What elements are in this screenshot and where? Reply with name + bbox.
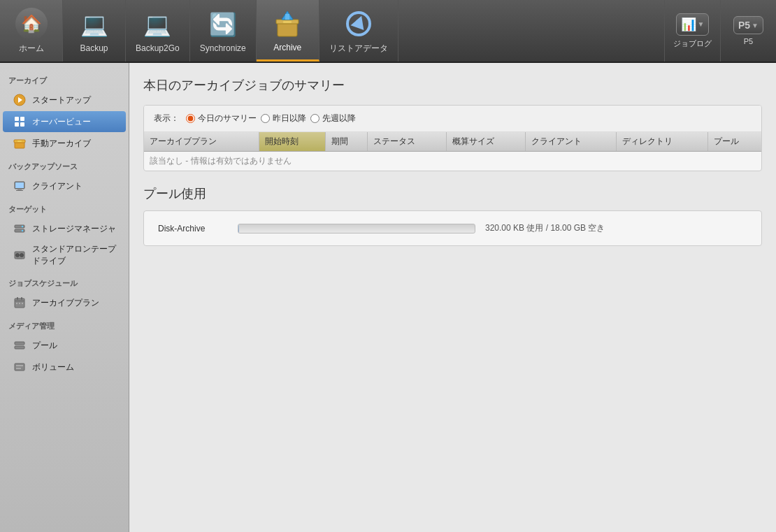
svg-rect-19: [15, 182, 24, 188]
sidebar-overview-label: オーバービュー: [32, 116, 91, 128]
svg-rect-34: [22, 303, 23, 304]
joblog-icon: 📊: [681, 17, 696, 32]
pool-icon: [13, 338, 27, 352]
filter-since-yesterday-text: 昨日以降: [273, 113, 306, 124]
archive-icon: [271, 8, 303, 40]
svg-rect-38: [16, 365, 23, 366]
svg-rect-37: [15, 364, 24, 371]
p5-chevron: ▼: [752, 22, 759, 29]
col-pool: プール: [707, 132, 761, 152]
summary-table: アーカイブプラン 開始時刻 期間 ステータス 概算サイズ クライアント ディレク…: [144, 132, 761, 171]
nav-home-label: ホーム: [19, 43, 44, 55]
nav-restoredata[interactable]: リストアデータ: [319, 0, 398, 62]
col-archive-plan: アーカイブプラン: [144, 132, 259, 152]
svg-rect-30: [21, 297, 22, 300]
sidebar-item-archive-plan[interactable]: アーカイブプラン: [3, 292, 126, 313]
pool-stats: 320.00 KB 使用 / 18.00 GB 空き: [485, 222, 605, 234]
main-layout: アーカイブ スタートアップ オーバービュー 手動アーカイブ バックアップソース: [0, 63, 776, 532]
svg-point-26: [20, 254, 24, 257]
svg-rect-36: [15, 346, 24, 349]
sidebar-archive-plan-label: アーカイブプラン: [32, 297, 99, 309]
sidebar-item-startup[interactable]: スタートアップ: [3, 89, 126, 110]
filter-since-last-week-radio[interactable]: [310, 114, 319, 123]
sidebar-section-target: ターゲット: [0, 197, 129, 217]
nav-backup2go[interactable]: 💻 Backup2Go: [126, 0, 190, 62]
startup-icon: [13, 93, 27, 107]
sidebar-item-storage-manager[interactable]: ストレージマネージャ: [3, 218, 126, 239]
nav-synchronize-label: Synchronize: [200, 43, 246, 53]
sidebar-storage-manager-label: ストレージマネージャ: [32, 223, 116, 235]
nav-joblog[interactable]: 📊 ▼ ジョブログ: [664, 0, 720, 62]
col-client: クライアント: [525, 132, 616, 152]
nav-right-group: 📊 ▼ ジョブログ P5 ▼ P5: [664, 0, 776, 62]
svg-rect-27: [17, 258, 22, 259]
svg-rect-4: [285, 14, 289, 20]
filter-since-yesterday-radio[interactable]: [261, 114, 270, 123]
nav-backup2go-label: Backup2Go: [136, 43, 180, 53]
pool-row: Disk-Archive 320.00 KB 使用 / 18.00 GB 空き: [158, 222, 747, 234]
svg-rect-2: [283, 21, 292, 23]
pool-progress-bar-fill: [238, 224, 239, 233]
sidebar-section-media-management: メディア管理: [0, 314, 129, 334]
table-empty-row: 該当なし - 情報は有効ではありません: [144, 152, 761, 171]
p5-label: P5: [744, 37, 753, 45]
sidebar-item-manual-archive[interactable]: 手動アーカイブ: [3, 133, 126, 154]
svg-rect-10: [20, 117, 24, 121]
joblog-chevron: ▼: [698, 20, 705, 28]
filter-today-label[interactable]: 今日のサマリー: [186, 113, 257, 124]
nav-home[interactable]: 🏠 ホーム: [0, 0, 63, 62]
sidebar-item-pool[interactable]: プール: [3, 335, 126, 356]
col-duration: 期間: [326, 132, 368, 152]
sidebar-startup-label: スタートアップ: [32, 94, 91, 106]
joblog-label: ジョブログ: [673, 38, 712, 49]
pool-progress-bar-wrap: [238, 224, 475, 233]
svg-rect-0: [278, 22, 297, 36]
svg-rect-29: [17, 297, 18, 300]
nav-p5[interactable]: P5 ▼ P5: [720, 0, 776, 62]
backup2go-icon: 💻: [141, 8, 173, 41]
sidebar-section-archive: アーカイブ: [0, 69, 129, 89]
nav-synchronize[interactable]: 🔄 Synchronize: [190, 0, 257, 62]
filter-since-last-week-label[interactable]: 先週以降: [310, 113, 356, 124]
sidebar: アーカイブ スタートアップ オーバービュー 手動アーカイブ バックアップソース: [0, 63, 129, 532]
svg-rect-11: [15, 122, 19, 127]
svg-point-25: [16, 254, 20, 257]
svg-rect-35: [15, 342, 24, 345]
sidebar-item-standalone-tape[interactable]: スタンドアロンテープドライブ: [3, 240, 126, 271]
home-icon: 🏠: [15, 8, 48, 40]
nav-archive-label: Archive: [273, 43, 301, 52]
sidebar-item-volume[interactable]: ボリューム: [3, 357, 126, 378]
nav-restoredata-label: リストアデータ: [329, 43, 388, 55]
sidebar-section-backup-source: バックアップソース: [0, 154, 129, 175]
nav-backup[interactable]: 💻 Backup: [63, 0, 126, 62]
svg-rect-12: [20, 122, 24, 127]
col-status: ステータス: [368, 132, 447, 152]
filter-since-last-week-text: 先週以降: [322, 113, 356, 124]
main-content: 本日のアーカイブジョブのサマリー 表示： 今日のサマリー 昨日以降 先週以降: [129, 63, 776, 532]
pool-section-title: プール使用: [143, 185, 762, 202]
col-directory: ディレクトリ: [617, 132, 707, 152]
top-navigation: 🏠 ホーム 💻 Backup 💻 Backup2Go 🔄 Synchronize…: [0, 0, 776, 63]
p5-icon: P5: [738, 20, 750, 31]
volume-icon: [13, 360, 27, 374]
filter-today-radio[interactable]: [186, 114, 195, 123]
filter-since-yesterday-label[interactable]: 昨日以降: [261, 113, 306, 124]
summary-table-container: アーカイブプラン 開始時刻 期間 ステータス 概算サイズ クライアント ディレク…: [144, 132, 761, 171]
filter-label: 表示：: [154, 113, 179, 124]
svg-rect-18: [16, 190, 23, 191]
pool-name: Disk-Archive: [158, 224, 228, 233]
svg-point-22: [22, 226, 23, 227]
synchronize-icon: 🔄: [207, 8, 239, 41]
sidebar-volume-label: ボリューム: [32, 361, 74, 373]
col-estimated-size: 概算サイズ: [447, 132, 526, 152]
svg-point-23: [22, 230, 23, 231]
svg-rect-32: [16, 303, 17, 304]
filter-row: 表示： 今日のサマリー 昨日以降 先週以降: [144, 106, 761, 132]
storage-manager-icon: [13, 222, 27, 236]
nav-archive[interactable]: Archive: [257, 0, 319, 62]
svg-rect-15: [17, 141, 22, 142]
svg-rect-31: [15, 301, 24, 301]
sidebar-item-client[interactable]: クライアント: [3, 175, 126, 196]
sidebar-item-overview[interactable]: オーバービュー: [3, 111, 126, 132]
sidebar-client-label: クライアント: [32, 180, 82, 192]
